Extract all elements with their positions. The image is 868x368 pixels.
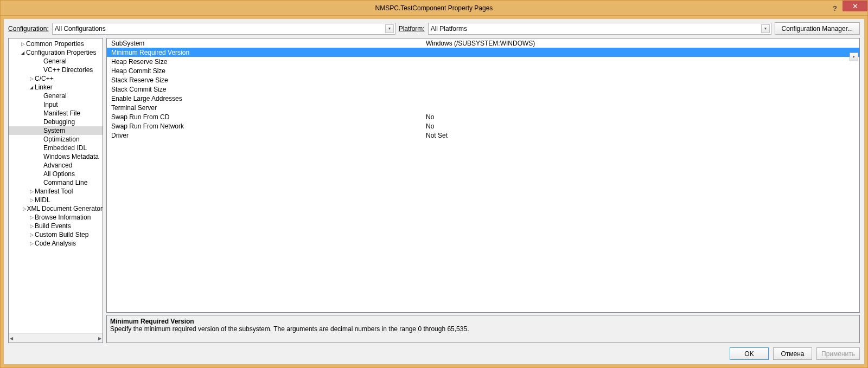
caret-closed-icon[interactable] [28, 189, 35, 194]
tree-item[interactable]: Manifest File [9, 109, 103, 118]
tree-item-label: Browse Information [35, 214, 91, 221]
description-title: Minimum Required Version [110, 318, 856, 325]
property-value[interactable]: Not Set [422, 132, 859, 139]
tree-item-label: Embedded IDL [43, 144, 87, 152]
tree-item[interactable]: Optimization [9, 135, 103, 144]
property-value[interactable]: No [422, 113, 859, 121]
property-value[interactable]: Windows (/SUBSYSTEM:WINDOWS) [422, 40, 859, 47]
tree-item-label: Linker [35, 83, 53, 91]
tree-item[interactable]: Advanced [9, 161, 103, 170]
configuration-manager-button[interactable]: Configuration Manager... [775, 22, 860, 35]
content-area: Common PropertiesConfiguration Propertie… [8, 38, 860, 343]
property-row[interactable]: DriverNot Set [107, 131, 859, 140]
tree-item[interactable]: Input [9, 100, 103, 109]
tree-item-label: Optimization [43, 135, 80, 143]
tree-item[interactable]: Windows Metadata [9, 152, 103, 161]
help-button[interactable]: ? [827, 3, 843, 14]
caret-closed-icon[interactable] [28, 197, 35, 203]
property-name: Terminal Server [107, 104, 422, 112]
property-grid[interactable]: SubSystemWindows (/SUBSYSTEM:WINDOWS)Min… [106, 38, 860, 313]
tree-item-label: MIDL [35, 196, 50, 204]
configuration-combo[interactable]: All Configurations ▾ [52, 23, 395, 35]
platform-label: Platform: [399, 25, 425, 33]
property-row[interactable]: SubSystemWindows (/SUBSYSTEM:WINDOWS) [107, 38, 859, 48]
caret-closed-icon[interactable] [28, 223, 35, 229]
description-panel: Minimum Required Version Specify the min… [106, 315, 860, 343]
tree-item-label: Input [43, 101, 58, 108]
configuration-label: Configuration: [8, 25, 49, 33]
tree-item[interactable]: Common Properties [9, 40, 103, 48]
property-name: Driver [107, 132, 422, 139]
property-pages-window: NMSPC.TestComponent Property Pages ? ✕ C… [0, 0, 868, 368]
property-value[interactable]: No [422, 122, 859, 130]
caret-closed-icon[interactable] [23, 206, 27, 211]
tree-item[interactable]: Browse Information [9, 213, 103, 222]
property-row[interactable]: Swap Run From NetworkNo [107, 121, 859, 131]
property-row[interactable]: Heap Commit Size [107, 66, 859, 75]
nav-tree[interactable]: Common PropertiesConfiguration Propertie… [8, 38, 103, 343]
platform-value: All Platforms [431, 25, 467, 33]
tree-item[interactable]: General [9, 57, 103, 66]
property-name: Stack Reserve Size [107, 76, 422, 84]
tree-item[interactable]: Custom Build Step [9, 230, 103, 239]
tree-item[interactable]: Configuration Properties [9, 48, 103, 57]
property-row[interactable]: Stack Reserve Size [107, 75, 859, 85]
tree-item[interactable]: Embedded IDL [9, 144, 103, 152]
property-name: Enable Large Addresses [107, 95, 422, 102]
tree-item-label: Windows Metadata [43, 153, 99, 160]
tree-item-label: Common Properties [26, 40, 84, 48]
property-row[interactable]: Heap Reserve Size [107, 57, 859, 66]
tree-item-label: C/C++ [35, 75, 54, 82]
tree-item-label: VC++ Directories [43, 66, 93, 74]
property-name: Heap Commit Size [107, 67, 422, 75]
tree-item-label: Command Line [43, 179, 87, 186]
property-row[interactable]: Stack Commit Size [107, 85, 859, 94]
property-row[interactable]: Swap Run From CDNo [107, 112, 859, 121]
caret-closed-icon[interactable] [28, 215, 35, 220]
caret-open-icon[interactable] [28, 85, 35, 90]
platform-combo[interactable]: All Platforms ▾ [428, 23, 771, 35]
tree-item[interactable]: XML Document Generator [9, 204, 103, 213]
tree-scrollbar[interactable]: ◀ ▶ [9, 333, 103, 343]
caret-closed-icon[interactable] [28, 241, 35, 246]
dropdown-arrow-icon[interactable]: ▾ [850, 53, 858, 61]
caret-closed-icon[interactable] [20, 41, 26, 47]
scroll-right-icon[interactable]: ▶ [98, 336, 101, 341]
tree-item[interactable]: Code Analysis [9, 239, 103, 248]
tree-item[interactable]: Build Events [9, 222, 103, 230]
property-row[interactable]: Minimum Required Version▾ [107, 48, 859, 57]
tree-item-label: General [43, 92, 67, 100]
property-row[interactable]: Enable Large Addresses [107, 94, 859, 103]
dialog-body: Configuration: All Configurations ▾ Plat… [4, 19, 864, 364]
tree-item-label: Configuration Properties [26, 49, 96, 56]
tree-item-label: XML Document Generator [27, 205, 103, 212]
tree-item[interactable]: Linker [9, 83, 103, 92]
property-row[interactable]: Terminal Server [107, 103, 859, 112]
tree-item-label: Custom Build Step [35, 231, 88, 238]
cancel-button[interactable]: Отмена [773, 347, 812, 360]
dialog-buttons: OK Отмена Применить [8, 343, 860, 360]
description-text: Specify the minimum required version of … [110, 325, 856, 333]
tree-item[interactable]: Command Line [9, 178, 103, 187]
tree-item[interactable]: C/C++ [9, 74, 103, 83]
tree-item[interactable]: Debugging [9, 118, 103, 126]
close-button[interactable]: ✕ [843, 1, 867, 11]
tree-item[interactable]: Manifest Tool [9, 187, 103, 196]
chevron-down-icon: ▾ [385, 24, 394, 33]
property-name: Minimum Required Version [107, 49, 422, 56]
tree-item-label: Manifest Tool [35, 188, 73, 195]
tree-item[interactable]: All Options [9, 170, 103, 178]
apply-button[interactable]: Применить [816, 347, 860, 360]
ok-button[interactable]: OK [730, 347, 769, 360]
tree-item[interactable]: General [9, 92, 103, 100]
scroll-left-icon[interactable]: ◀ [10, 336, 13, 341]
tree-item-label: Build Events [35, 222, 71, 230]
caret-closed-icon[interactable] [28, 76, 35, 81]
tree-item[interactable]: MIDL [9, 196, 103, 204]
tree-item[interactable]: VC++ Directories [9, 66, 103, 74]
tree-item-label: Code Analysis [35, 240, 76, 247]
caret-closed-icon[interactable] [28, 232, 35, 237]
caret-open-icon[interactable] [20, 50, 26, 55]
property-name: Heap Reserve Size [107, 58, 422, 66]
tree-item[interactable]: System [9, 126, 103, 135]
